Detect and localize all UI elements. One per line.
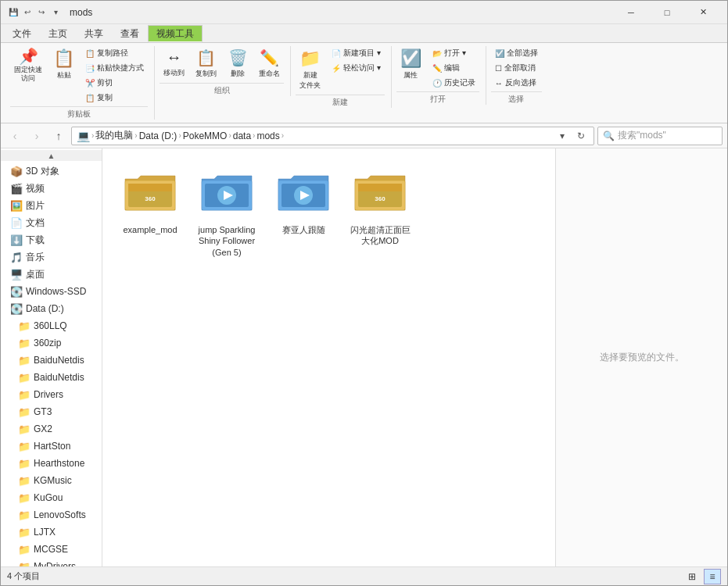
easy-access-icon: ⚡ xyxy=(332,64,341,73)
scroll-up-button[interactable]: ▲ xyxy=(1,150,102,161)
minimize-button[interactable]: ─ xyxy=(613,1,649,24)
new-folder-icon: 📁 xyxy=(299,48,321,69)
up-button[interactable]: ↑ xyxy=(49,127,68,145)
sidebar-item-360llq-label: 360LLQ xyxy=(34,320,67,331)
paste-shortcut-button[interactable]: 📑 粘贴快捷方式 xyxy=(81,61,148,75)
clipboard-small-col: 📋 复制路径 📑 粘贴快捷方式 ✂️ 剪切 📋 xyxy=(81,46,148,105)
sidebar-item-ljtx[interactable]: 📁 LJTX xyxy=(1,523,102,541)
cut-button[interactable]: ✂️ 剪切 xyxy=(81,76,148,90)
list-view-button[interactable]: ≡ xyxy=(704,569,721,584)
sidebar-item-video[interactable]: 🎬 视频 xyxy=(1,180,102,197)
kugou-icon: 📁 xyxy=(18,492,30,504)
breadcrumb-my-computer[interactable]: 我的电脑 xyxy=(95,129,133,142)
close-button[interactable]: ✕ xyxy=(685,1,721,24)
sidebar-item-gt3[interactable]: 📁 GT3 xyxy=(1,403,102,420)
address-bar[interactable]: 💻 › 我的电脑 › Data (D:) › PokeMMO › data › … xyxy=(71,127,594,145)
move-icon: ↔ xyxy=(167,48,182,66)
sidebar-item-baidunetdis1[interactable]: 📁 BaiduNetdis xyxy=(1,352,102,369)
tab-home[interactable]: 主页 xyxy=(40,25,76,42)
new-folder-button[interactable]: 📁 新建文件夹 xyxy=(296,46,325,93)
open-button[interactable]: 📂 打开 ▾ xyxy=(429,46,479,60)
tab-share[interactable]: 共享 xyxy=(76,25,112,42)
breadcrumb-data[interactable]: data xyxy=(233,130,251,141)
select-col: ☑️ 全部选择 ☐ 全部取消 ↔️ 反向选择 xyxy=(491,46,542,90)
deselect-all-label: 全部取消 xyxy=(504,63,536,73)
sidebar-item-kugou[interactable]: 📁 KuGou xyxy=(1,489,102,506)
forward-button[interactable]: › xyxy=(27,127,46,145)
file-item-example-mod[interactable]: 360 example_mod xyxy=(115,161,185,262)
move-label: 移动到 xyxy=(163,68,185,78)
breadcrumb-data-drive[interactable]: Data (D:) xyxy=(139,130,178,141)
sidebar-item-pictures[interactable]: 🖼️ 图片 xyxy=(1,197,102,214)
sidebar-item-data-drive[interactable]: 💽 Data (D:) xyxy=(1,300,102,317)
file-item-flash-mod[interactable]: 360 闪光超清正面巨大化MOD xyxy=(345,161,415,262)
breadcrumb-mods[interactable]: mods xyxy=(256,130,279,141)
grid-view-button[interactable]: ⊞ xyxy=(683,569,701,584)
ribbon-content: 📌 固定快速访问 📋 粘贴 📋 复制路径 xyxy=(1,43,727,123)
redo-icon[interactable]: ↪ xyxy=(35,6,48,19)
sidebar-item-music-label: 音乐 xyxy=(26,251,45,264)
tab-view[interactable]: 查看 xyxy=(112,25,148,42)
select-buttons: ☑️ 全部选择 ☐ 全部取消 ↔️ 反向选择 xyxy=(491,46,542,90)
tab-file[interactable]: 文件 xyxy=(4,25,40,42)
back-button[interactable]: ‹ xyxy=(5,127,24,145)
svg-text:360: 360 xyxy=(145,195,156,202)
file-item-saiyan[interactable]: 赛亚人跟随 xyxy=(268,161,339,262)
file-item-jump-sparkling[interactable]: jump Sparkling Shiny Follower (Gen 5) xyxy=(192,161,262,262)
history-button[interactable]: 🕐 历史记录 xyxy=(429,76,479,90)
deselect-all-icon: ☐ xyxy=(495,64,502,73)
paste-label: 粘贴 xyxy=(57,70,71,80)
select-all-button[interactable]: ☑️ 全部选择 xyxy=(491,46,542,60)
open-buttons: ☑️ 属性 📂 打开 ▾ ✏️ 编辑 🕐 xyxy=(396,46,479,90)
invert-select-button[interactable]: ↔️ 反向选择 xyxy=(491,76,542,90)
sep2: › xyxy=(134,131,137,140)
breadcrumb-pokemmo[interactable]: PokeMMO xyxy=(183,130,228,141)
save-icon[interactable]: 💾 xyxy=(7,6,20,19)
sidebar-item-mcgse[interactable]: 📁 MCGSE xyxy=(1,541,102,558)
sidebar-item-kgmusic[interactable]: 📁 KGMusic xyxy=(1,472,102,489)
copy-path-button[interactable]: 📋 复制路径 xyxy=(81,46,148,60)
tab-video-tools[interactable]: 视频工具 xyxy=(148,25,203,42)
sidebar-item-mydrivers[interactable]: 📁 MyDrivers xyxy=(1,558,102,566)
sidebar-item-360llq[interactable]: 📁 360LLQ xyxy=(1,317,102,334)
search-bar[interactable]: 🔍 搜索"mods" xyxy=(597,127,723,145)
copy-to-button[interactable]: 📋 复制到 xyxy=(192,46,221,81)
undo-icon[interactable]: ↩ xyxy=(21,6,34,19)
sidebar-item-360zip[interactable]: 📁 360zip xyxy=(1,334,102,352)
view-controls: ⊞ ≡ xyxy=(683,569,721,584)
maximize-button[interactable]: □ xyxy=(649,1,685,24)
sidebar-item-hartston[interactable]: 📁 HartSton xyxy=(1,438,102,455)
sidebar-item-baidunetdis2[interactable]: 📁 BaiduNetdis xyxy=(1,369,102,386)
pin-icon: 📌 xyxy=(19,48,38,64)
sidebar-item-drivers[interactable]: 📁 Drivers xyxy=(1,386,102,403)
gx2-icon: 📁 xyxy=(18,423,30,435)
easy-access-button[interactable]: ⚡ 轻松访问 ▾ xyxy=(328,61,385,75)
paste-button[interactable]: 📋 粘贴 xyxy=(49,46,78,83)
properties-button[interactable]: ☑️ 属性 xyxy=(396,46,425,83)
sidebar-item-desktop[interactable]: 🖥️ 桌面 xyxy=(1,266,102,283)
sidebar-item-hearthstone[interactable]: 📁 Hearthstone xyxy=(1,455,102,472)
sidebar-item-music[interactable]: 🎵 音乐 xyxy=(1,248,102,266)
refresh-button[interactable]: ↻ xyxy=(573,128,589,144)
sidebar-item-windows-ssd[interactable]: 💽 Windows-SSD xyxy=(1,283,102,300)
dropdown-button[interactable]: ▾ xyxy=(554,128,570,144)
file-area: 360 example_mod xyxy=(102,148,555,566)
delete-button[interactable]: 🗑️ 删除 xyxy=(224,46,252,81)
new-item-button[interactable]: 📄 新建项目 ▾ xyxy=(328,46,385,60)
sidebar-item-gx2[interactable]: 📁 GX2 xyxy=(1,420,102,438)
sidebar-item-3d[interactable]: 📦 3D 对象 xyxy=(1,163,102,180)
open-small-col: 📂 打开 ▾ ✏️ 编辑 🕐 历史记录 xyxy=(429,46,479,90)
edit-button[interactable]: ✏️ 编辑 xyxy=(429,61,479,75)
copy-button[interactable]: 📋 复制 xyxy=(81,91,148,105)
sidebar-item-lenovosofts[interactable]: 📁 LenovoSofts xyxy=(1,506,102,523)
svg-rect-2 xyxy=(128,184,172,191)
organize-buttons: ↔ 移动到 📋 复制到 🗑️ 删除 ✏️ 重命名 xyxy=(160,46,284,81)
move-to-button[interactable]: ↔ 移动到 xyxy=(160,46,188,80)
deselect-all-button[interactable]: ☐ 全部取消 xyxy=(491,61,542,75)
sidebar-item-downloads[interactable]: ⬇️ 下载 xyxy=(1,231,102,248)
pin-quick-access-button[interactable]: 📌 固定快速访问 xyxy=(10,46,46,85)
dropdown-icon[interactable]: ▾ xyxy=(49,6,62,19)
sidebar-item-mcgse-label: MCGSE xyxy=(34,544,68,555)
rename-button[interactable]: ✏️ 重命名 xyxy=(255,46,284,81)
sidebar-item-documents[interactable]: 📄 文档 xyxy=(1,214,102,231)
